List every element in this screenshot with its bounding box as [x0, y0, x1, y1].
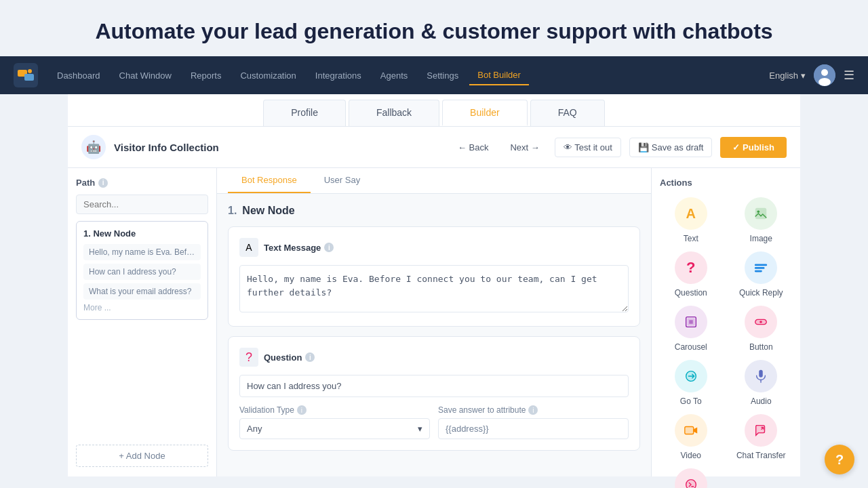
text-message-textarea[interactable]: Hello, my name is Eva. Before I connect … — [239, 265, 629, 312]
tab-builder[interactable]: Builder — [442, 100, 528, 126]
builder-panels: Path i 1. New Node Hello, my name is Eva… — [68, 168, 800, 476]
text-message-label: Text Message i — [264, 243, 334, 253]
publish-button[interactable]: ✓ Publish — [720, 137, 787, 158]
video-action-label: Video — [681, 451, 701, 460]
path-card-title: 1. New Node — [83, 228, 201, 239]
text-action-label: Text — [684, 234, 698, 243]
help-button[interactable]: ? — [825, 445, 854, 474]
path-item-0: Hello, my name is Eva. Before I c... — [83, 244, 201, 260]
right-panel: Actions A Text — [651, 168, 800, 476]
node-header: 1. New Node — [228, 205, 640, 217]
nav-item-integrations[interactable]: Integrations — [307, 66, 370, 85]
back-button[interactable]: ← Back — [451, 138, 496, 157]
bot-icon: 🤖 — [81, 135, 106, 159]
tab-bot-response[interactable]: Bot Response — [228, 168, 311, 193]
action-image[interactable]: Image — [730, 197, 793, 243]
audio-action-label: Audio — [751, 396, 772, 406]
nav-item-settings[interactable]: Settings — [418, 66, 467, 85]
button-action-label: Button — [749, 342, 773, 352]
svg-point-6 — [818, 78, 831, 86]
question-input[interactable] — [239, 375, 629, 397]
next-button[interactable]: Next → — [503, 138, 546, 157]
text-message-info-icon: i — [324, 243, 334, 252]
action-api-plugin[interactable]: API Plugin — [660, 468, 722, 488]
svg-rect-19 — [685, 427, 694, 434]
question-label: Question i — [264, 352, 315, 363]
test-button[interactable]: 👁 Test it out — [555, 138, 621, 157]
nav-item-customization[interactable]: Customization — [232, 66, 304, 85]
navbar: Dashboard Chat Window Reports Customizat… — [0, 56, 868, 94]
tab-fallback[interactable]: Fallback — [349, 100, 439, 126]
actions-grid: A Text Image — [660, 197, 792, 488]
logo — [14, 63, 38, 87]
hero-title: Automate your lead generation & customer… — [0, 0, 868, 56]
left-panel-footer: + Add Node — [76, 445, 208, 467]
nav-item-dashboard[interactable]: Dashboard — [49, 66, 108, 85]
add-node-button[interactable]: + Add Node — [76, 445, 208, 467]
action-button[interactable]: Button — [730, 306, 793, 352]
path-info-icon: i — [98, 178, 108, 188]
audio-action-icon — [745, 360, 777, 392]
text-message-block: A Text Message i Hello, my name is Eva. … — [228, 226, 640, 327]
quickreply-action-icon — [745, 251, 777, 284]
tab-faq[interactable]: FAQ — [530, 100, 605, 126]
action-video[interactable]: Video — [660, 414, 722, 460]
attribute-input[interactable] — [438, 418, 629, 439]
nav-item-chatwindow[interactable]: Chat Window — [111, 66, 180, 85]
actions-title: Actions — [660, 178, 792, 188]
goto-action-icon — [675, 360, 707, 392]
validation-type-label: Validation Type i — [239, 405, 430, 415]
action-text[interactable]: A Text — [660, 197, 722, 243]
question-action-icon: ? — [675, 251, 707, 284]
button-action-icon — [745, 306, 777, 338]
svg-point-8 — [757, 210, 760, 213]
tab-user-say[interactable]: User Say — [311, 168, 374, 193]
tab-profile[interactable]: Profile — [263, 100, 346, 126]
response-tabs: Bot Response User Say — [217, 168, 651, 194]
image-action-icon — [745, 197, 777, 230]
chevron-down-icon: ▾ — [418, 424, 422, 434]
question-block: ? Question i Validation Type i — [228, 336, 640, 451]
save-draft-button[interactable]: 💾 Save as draft — [629, 138, 713, 157]
quickreply-action-label: Quick Reply — [739, 288, 783, 298]
builder-header: 🤖 Visitor Info Collection ← Back Next → … — [68, 127, 800, 168]
user-avatar[interactable] — [814, 64, 835, 86]
path-item-2: What is your email address? — [83, 283, 201, 300]
left-panel: Path i 1. New Node Hello, my name is Eva… — [68, 168, 217, 476]
svg-rect-17 — [760, 370, 764, 378]
api-plugin-action-icon — [675, 468, 707, 488]
path-title: Path i — [76, 178, 208, 188]
action-carousel[interactable]: Carousel — [660, 306, 722, 352]
svg-rect-11 — [755, 270, 762, 272]
text-message-header: A Text Message i — [239, 238, 629, 257]
path-more: More ... — [83, 303, 201, 312]
attribute-info-icon: i — [528, 405, 538, 415]
question-icon: ? — [239, 348, 258, 367]
middle-panel: Bot Response User Say 1. New Node A Text… — [217, 168, 651, 476]
action-audio[interactable]: Audio — [730, 360, 793, 406]
question-info-icon: i — [305, 352, 315, 362]
path-card: 1. New Node Hello, my name is Eva. Befor… — [76, 221, 208, 320]
svg-point-16 — [760, 321, 762, 323]
nav-menu-icon[interactable]: ☰ — [844, 68, 854, 83]
path-search-input[interactable] — [76, 195, 208, 214]
action-quickreply[interactable]: Quick Reply — [730, 251, 793, 298]
text-message-icon: A — [239, 238, 258, 257]
nav-item-agents[interactable]: Agents — [372, 66, 416, 85]
tab-bar: Profile Fallback Builder FAQ — [68, 94, 800, 127]
nav-item-reports[interactable]: Reports — [182, 66, 230, 85]
action-question[interactable]: ? Question — [660, 251, 722, 298]
image-action-label: Image — [750, 234, 772, 243]
bot-title: Visitor Info Collection — [114, 142, 219, 153]
action-chat-transfer[interactable]: Chat Transfer — [730, 414, 793, 460]
validation-select[interactable]: Any ▾ — [239, 418, 430, 439]
svg-point-5 — [821, 69, 828, 76]
question-header: ? Question i — [239, 348, 629, 367]
action-goto[interactable]: Go To — [660, 360, 722, 406]
video-action-icon — [675, 414, 707, 447]
nav-item-botbuilder[interactable]: Bot Builder — [469, 66, 529, 85]
language-selector[interactable]: English ▾ — [769, 70, 806, 81]
path-item-1: How can I address you? — [83, 264, 201, 280]
validation-info-icon: i — [297, 405, 307, 415]
builder-area: 🤖 Visitor Info Collection ← Back Next → … — [68, 127, 800, 476]
